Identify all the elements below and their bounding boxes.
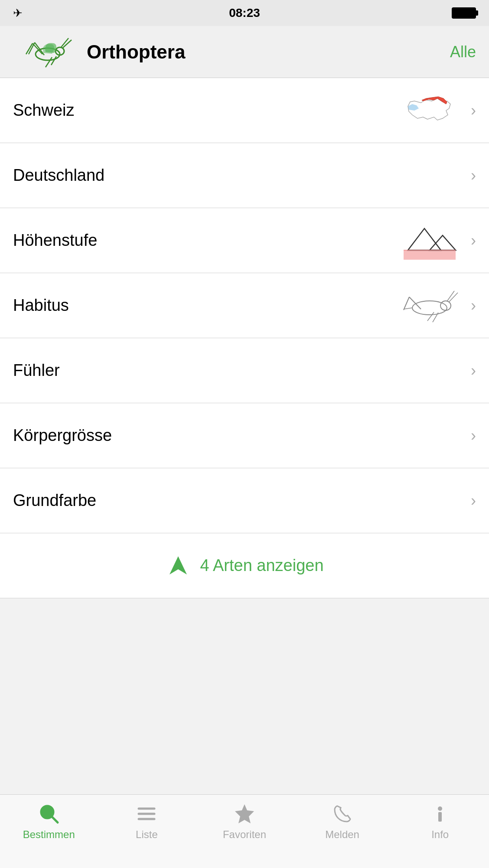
status-time: 08:23 — [229, 6, 260, 20]
list-icon — [135, 803, 158, 825]
chevron-right-icon: › — [471, 101, 476, 120]
menu-item-deutschland-label: Deutschland — [13, 166, 466, 185]
search-icon — [38, 803, 60, 825]
app-logo — [13, 28, 82, 76]
svg-point-30 — [438, 806, 442, 811]
chevron-right-icon: › — [471, 427, 476, 445]
tab-info[interactable]: Info — [391, 802, 489, 841]
filter-all-button[interactable]: Alle — [450, 43, 476, 61]
info-tab-icon — [428, 802, 452, 826]
mountain-icon — [399, 219, 460, 262]
svg-line-25 — [52, 816, 58, 822]
menu-item-deutschland[interactable]: Deutschland › — [0, 143, 489, 208]
menu-item-koerpergroesse-label: Körpergrösse — [13, 426, 466, 445]
menu-item-koerpergroesse[interactable]: Körpergrösse › — [0, 403, 489, 468]
filter-menu-list: Schweiz › Deutschland › Höhenstufe — [0, 78, 489, 598]
chevron-right-icon: › — [471, 297, 476, 315]
svg-line-20 — [427, 312, 434, 321]
tab-melden-label: Melden — [325, 829, 359, 841]
chevron-right-icon: › — [471, 362, 476, 380]
habitus-insect-icon — [397, 284, 462, 327]
star-icon — [233, 803, 256, 825]
chevron-right-icon: › — [471, 166, 476, 185]
logo-grasshopper-icon — [17, 30, 78, 74]
tab-bar: Bestimmen Liste Favoriten Melden — [0, 794, 489, 868]
menu-item-hoehenstufe-image — [397, 217, 462, 264]
phone-icon — [331, 803, 354, 825]
navigate-arrow-icon — [165, 553, 191, 579]
menu-item-habitus-image — [397, 282, 462, 330]
results-count-label: 4 Arten anzeigen — [200, 556, 323, 575]
tab-bestimmen-label: Bestimmen — [23, 829, 75, 841]
app-header: Orthoptera Alle — [0, 26, 489, 78]
svg-line-19 — [404, 297, 409, 310]
svg-rect-31 — [438, 812, 442, 822]
tab-favoriten[interactable]: Favoriten — [196, 802, 293, 841]
menu-item-fuehler[interactable]: Fühler › — [0, 338, 489, 403]
status-bar: ✈ 08:23 — [0, 0, 489, 26]
info-icon — [429, 803, 451, 825]
page-title: Orthoptera — [87, 41, 450, 63]
tab-liste-label: Liste — [136, 829, 158, 841]
menu-item-schweiz[interactable]: Schweiz › — [0, 78, 489, 143]
menu-item-schweiz-label: Schweiz — [13, 101, 397, 120]
menu-item-habitus[interactable]: Habitus › — [0, 273, 489, 338]
chevron-right-icon: › — [471, 492, 476, 510]
star-tab-icon — [232, 802, 257, 826]
list-tab-icon — [134, 802, 159, 826]
battery-icon — [452, 7, 476, 19]
tab-bestimmen[interactable]: Bestimmen — [0, 802, 98, 841]
tab-favoriten-label: Favoriten — [223, 829, 266, 841]
svg-line-18 — [409, 297, 421, 309]
tab-info-label: Info — [431, 829, 449, 841]
menu-item-hoehenstufe[interactable]: Höhenstufe › — [0, 208, 489, 273]
menu-item-grundfarbe[interactable]: Grundfarbe › — [0, 468, 489, 533]
menu-item-hoehenstufe-label: Höhenstufe — [13, 231, 397, 250]
menu-item-grundfarbe-label: Grundfarbe — [13, 491, 466, 510]
switzerland-map-icon — [399, 89, 460, 132]
search-tab-icon — [37, 802, 61, 826]
svg-rect-10 — [404, 250, 456, 260]
airplane-icon: ✈ — [13, 7, 23, 20]
svg-marker-12 — [430, 235, 456, 250]
svg-marker-11 — [408, 228, 441, 250]
tab-liste[interactable]: Liste — [98, 802, 196, 841]
menu-item-habitus-label: Habitus — [13, 296, 397, 315]
svg-line-5 — [46, 57, 52, 67]
tab-melden[interactable]: Melden — [293, 802, 391, 841]
menu-item-schweiz-image — [397, 87, 462, 134]
phone-tab-icon — [330, 802, 355, 826]
show-results-button[interactable]: 4 Arten anzeigen — [0, 533, 489, 598]
chevron-right-icon: › — [471, 232, 476, 250]
menu-item-fuehler-label: Fühler — [13, 361, 466, 380]
svg-line-16 — [449, 293, 458, 302]
svg-marker-23 — [170, 556, 187, 574]
svg-marker-29 — [235, 804, 254, 823]
